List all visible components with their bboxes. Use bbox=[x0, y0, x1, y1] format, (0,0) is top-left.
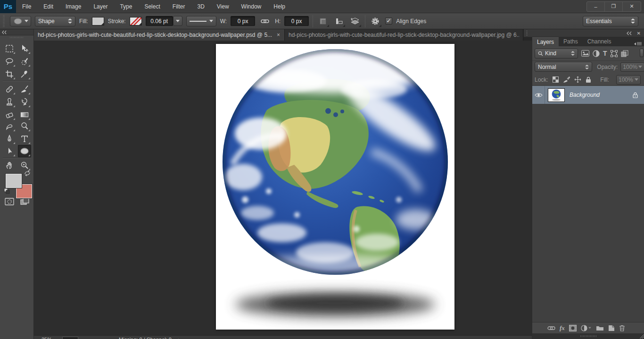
path-alignment-icon[interactable] bbox=[333, 16, 345, 27]
lock-transparent-pixels-icon[interactable] bbox=[553, 76, 559, 83]
layer-thumbnail[interactable] bbox=[548, 88, 565, 102]
document-tab-psd[interactable]: hd-pics-photos-girls-with-cute-beautiful… bbox=[34, 29, 285, 41]
status-expand-icon[interactable]: ▸ bbox=[178, 337, 181, 339]
stroke-swatch[interactable] bbox=[130, 17, 142, 25]
tab-paths[interactable]: Paths bbox=[559, 37, 583, 46]
status-thumbnail bbox=[62, 337, 78, 339]
path-selection-tool[interactable] bbox=[3, 145, 16, 157]
filter-smart-objects-icon[interactable] bbox=[621, 50, 628, 57]
menu-layer[interactable]: Layer bbox=[87, 0, 114, 13]
fill-label: Fill: bbox=[79, 18, 88, 25]
lock-position-icon[interactable] bbox=[574, 76, 581, 83]
ellipse-tool[interactable] bbox=[18, 145, 31, 157]
blend-mode-select[interactable]: Normal bbox=[535, 62, 592, 72]
menu-window[interactable]: Window bbox=[235, 0, 268, 13]
gear-icon[interactable] bbox=[369, 16, 381, 27]
menu-select[interactable]: Select bbox=[138, 0, 166, 13]
menu-3d[interactable]: 3D bbox=[191, 0, 210, 13]
tools-panel-grip[interactable] bbox=[0, 35, 33, 39]
window-controls: – ❐ ✕ bbox=[586, 1, 641, 12]
lasso-tool[interactable] bbox=[3, 55, 16, 68]
minimize-button[interactable]: – bbox=[587, 2, 605, 11]
shape-height-value: 0 px bbox=[291, 18, 302, 25]
filter-adjustment-layers-icon[interactable] bbox=[593, 50, 600, 57]
close-panel-icon[interactable]: ✕ bbox=[637, 31, 641, 36]
layer-row-background[interactable]: Background bbox=[532, 86, 644, 104]
path-arrangement-icon[interactable] bbox=[349, 16, 361, 27]
tab-channels[interactable]: Channels bbox=[583, 37, 616, 46]
align-edges-checkbox[interactable]: ✓ bbox=[385, 17, 392, 25]
collapse-panels-icon[interactable] bbox=[626, 31, 632, 35]
filter-on-off-toggle[interactable] bbox=[640, 49, 644, 57]
panel-menu-icon[interactable] bbox=[634, 42, 642, 46]
gradient-tool[interactable] bbox=[18, 109, 31, 121]
stroke-style-select[interactable] bbox=[186, 16, 216, 26]
swap-colors-icon[interactable] bbox=[24, 170, 31, 177]
menu-file[interactable]: File bbox=[16, 0, 37, 13]
menu-type[interactable]: Type bbox=[114, 0, 138, 13]
eyedropper-tool[interactable] bbox=[18, 68, 31, 80]
default-colors-icon[interactable] bbox=[4, 188, 10, 195]
hand-tool[interactable] bbox=[3, 159, 16, 171]
filter-kind-select[interactable]: Kind bbox=[535, 49, 578, 59]
quick-mask-mode-button[interactable] bbox=[3, 195, 16, 208]
filter-shape-layers-icon[interactable] bbox=[611, 50, 618, 57]
delete-layer-icon[interactable] bbox=[619, 325, 625, 331]
tab-layers[interactable]: Layers bbox=[532, 37, 559, 46]
link-layers-icon[interactable] bbox=[547, 326, 555, 331]
menu-image[interactable]: Image bbox=[59, 0, 87, 13]
menu-edit[interactable]: Edit bbox=[37, 0, 59, 13]
window-resize-grip[interactable] bbox=[639, 333, 644, 339]
quick-selection-tool[interactable] bbox=[18, 55, 31, 68]
rectangular-marquee-tool[interactable] bbox=[3, 42, 16, 55]
close-button[interactable]: ✕ bbox=[623, 2, 641, 11]
layer-visibility-toggle[interactable] bbox=[532, 86, 545, 104]
new-group-icon[interactable] bbox=[596, 325, 604, 331]
dodge-tool[interactable] bbox=[18, 120, 31, 132]
pen-tool[interactable] bbox=[3, 133, 16, 145]
type-tool[interactable] bbox=[18, 133, 31, 145]
fill-swatch[interactable] bbox=[92, 17, 104, 25]
options-bar-grip[interactable] bbox=[2, 15, 5, 27]
crop-tool[interactable] bbox=[3, 68, 16, 80]
clone-stamp-tool[interactable] bbox=[3, 96, 16, 108]
new-layer-icon[interactable] bbox=[608, 325, 615, 331]
shape-height-input[interactable]: 0 px bbox=[284, 16, 309, 26]
layer-styles-icon[interactable]: fx bbox=[560, 324, 565, 332]
document-canvas[interactable] bbox=[216, 44, 454, 330]
document-tab-title: hd-pics-photos-girls-with-cute-beautiful… bbox=[38, 32, 272, 38]
filter-type-layers-icon[interactable]: T bbox=[603, 50, 607, 57]
menu-filter[interactable]: Filter bbox=[166, 0, 191, 13]
brush-tool[interactable] bbox=[18, 83, 31, 95]
restore-button[interactable]: ❐ bbox=[605, 2, 623, 11]
tool-mode-select[interactable]: Shape bbox=[35, 16, 75, 26]
filter-pixel-layers-icon[interactable] bbox=[581, 50, 589, 57]
path-operations-icon[interactable] bbox=[317, 16, 329, 27]
lock-all-icon[interactable] bbox=[586, 76, 591, 83]
eraser-tool[interactable] bbox=[3, 109, 16, 121]
menu-help[interactable]: Help bbox=[267, 0, 291, 13]
stroke-width-input[interactable]: 0.06 pt bbox=[146, 16, 173, 26]
zoom-level-field[interactable]: 25% bbox=[41, 337, 52, 339]
link-dimensions-icon[interactable] bbox=[259, 16, 271, 27]
shape-width-input[interactable]: 0 px bbox=[231, 16, 255, 26]
tools-panel-header[interactable] bbox=[0, 29, 33, 35]
smudge-tool[interactable] bbox=[3, 120, 16, 132]
panel-resize-grip[interactable] bbox=[580, 335, 596, 337]
dock-grip[interactable] bbox=[525, 31, 528, 36]
new-adjustment-layer-icon[interactable] bbox=[581, 325, 592, 331]
fill-value: 100% bbox=[619, 76, 633, 83]
tool-preset-picker[interactable] bbox=[10, 16, 31, 26]
move-tool[interactable] bbox=[18, 42, 31, 55]
history-brush-tool[interactable] bbox=[18, 96, 31, 108]
lock-image-pixels-icon[interactable] bbox=[563, 76, 570, 83]
spot-healing-brush-tool[interactable] bbox=[3, 83, 16, 95]
add-layer-mask-icon[interactable] bbox=[569, 325, 577, 331]
workspace-select[interactable]: Essentials bbox=[583, 16, 638, 26]
document-tab-jpg[interactable]: hd-pics-photos-girls-with-cute-beautiful… bbox=[285, 29, 523, 41]
foreground-color-swatch[interactable] bbox=[6, 174, 22, 188]
canvas-pasteboard[interactable] bbox=[34, 41, 532, 335]
close-tab-icon[interactable]: × bbox=[277, 32, 280, 38]
stroke-width-dropdown[interactable] bbox=[173, 16, 182, 26]
menu-view[interactable]: View bbox=[211, 0, 235, 13]
